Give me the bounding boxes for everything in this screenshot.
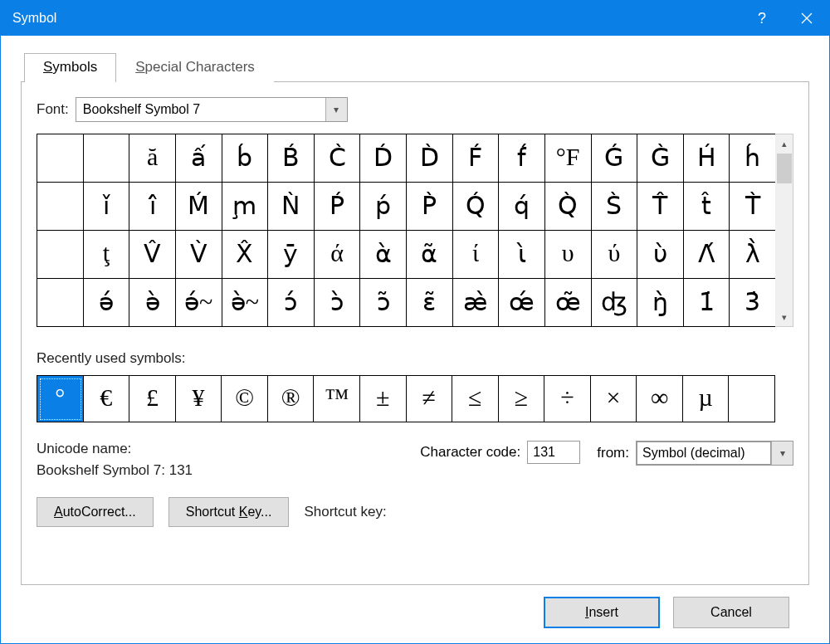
recent-symbol-cell[interactable]: £ xyxy=(129,376,176,422)
shortcut-key-button[interactable]: Shortcut Key... xyxy=(168,497,290,527)
symbol-cell[interactable]: ǐ xyxy=(84,183,130,231)
symbol-cell[interactable]: T̂ xyxy=(637,183,684,231)
scrollbar[interactable]: ▴ ▾ xyxy=(775,134,793,327)
recent-symbol-cell[interactable]: ¥ xyxy=(176,376,222,422)
symbol-cell[interactable]: ə́ xyxy=(84,279,130,327)
symbol-cell[interactable]: °F xyxy=(545,134,592,183)
symbol-cell[interactable]: Ǵ xyxy=(592,134,638,183)
recent-symbol-cell[interactable]: ≥ xyxy=(499,376,545,422)
recent-symbol-cell[interactable]: µ xyxy=(683,376,730,422)
symbol-cell[interactable]: f́ xyxy=(499,134,545,183)
insert-button[interactable]: Insert xyxy=(544,597,660,628)
symbol-cell[interactable]: ɔ̀ xyxy=(315,279,361,327)
symbol-cell[interactable]: œ̃ xyxy=(545,279,592,327)
symbol-cell[interactable]: 1̇ xyxy=(684,279,730,327)
scroll-down-button[interactable]: ▾ xyxy=(775,308,793,326)
symbol-cell[interactable]: ă xyxy=(129,134,176,183)
autocorrect-button[interactable]: AutoCorrect... xyxy=(37,497,154,527)
symbol-cell[interactable]: Λ́ xyxy=(684,231,730,279)
symbol-cell[interactable]: P̀ xyxy=(407,183,453,231)
symbol-cell[interactable]: F́ xyxy=(453,134,500,183)
symbol-cell[interactable]: T̀ xyxy=(730,183,776,231)
recent-symbol-cell[interactable]: ± xyxy=(360,376,407,422)
recent-symbol-cell[interactable]: ≤ xyxy=(452,376,499,422)
symbol-cell[interactable]: λ̀ xyxy=(730,231,776,279)
symbol-cell[interactable]: ί xyxy=(453,231,500,279)
from-combo[interactable]: ▾ xyxy=(636,441,793,466)
scroll-thumb[interactable] xyxy=(777,154,792,183)
symbol-cell[interactable]: D́ xyxy=(360,134,407,183)
symbol-cell[interactable]: ɛ͂ xyxy=(407,279,453,327)
symbol-cell[interactable]: ṕ xyxy=(360,183,407,231)
symbol-cell[interactable]: V̂ xyxy=(129,231,176,279)
symbol-cell[interactable]: ŋ̀ xyxy=(637,279,684,327)
symbol-cell[interactable] xyxy=(37,183,84,231)
font-combo[interactable]: ▾ xyxy=(76,97,348,122)
help-button[interactable]: ? xyxy=(740,1,784,36)
recent-symbol-cell[interactable]: ÷ xyxy=(544,376,591,422)
recent-symbol-cell[interactable] xyxy=(729,376,775,422)
symbol-cell[interactable]: ὺ xyxy=(637,231,684,279)
symbol-cell[interactable]: ᾶ xyxy=(407,231,453,279)
recent-symbol-cell[interactable]: ° xyxy=(37,376,84,422)
symbol-cell[interactable]: C̀ xyxy=(315,134,361,183)
symbol-cell[interactable]: X̂ xyxy=(222,231,269,279)
char-code-input[interactable] xyxy=(527,441,580,464)
symbol-cell[interactable]: h́ xyxy=(730,134,776,183)
symbol-cell[interactable] xyxy=(37,279,84,327)
recent-symbol-cell[interactable]: ™ xyxy=(314,376,360,422)
symbol-cell[interactable]: ɔ́ xyxy=(268,279,315,327)
font-input[interactable] xyxy=(76,98,325,121)
symbol-cell[interactable]: ȳ xyxy=(268,231,315,279)
recent-symbol-cell[interactable]: ≠ xyxy=(407,376,453,422)
symbol-cell[interactable] xyxy=(84,134,130,183)
recent-symbol-cell[interactable]: × xyxy=(591,376,637,422)
symbol-cell[interactable]: ấ xyxy=(176,134,222,183)
from-dropdown-button[interactable]: ▾ xyxy=(771,442,793,465)
symbol-cell[interactable]: ʤ xyxy=(592,279,638,327)
symbol-cell[interactable]: B́ xyxy=(268,134,315,183)
recent-symbol-cell[interactable]: ® xyxy=(268,376,315,422)
symbol-cell[interactable]: ţ xyxy=(84,231,130,279)
tab-special-characters[interactable]: Special Characters xyxy=(116,53,274,82)
symbol-cell[interactable]: ύ xyxy=(592,231,638,279)
symbol-cell[interactable]: Ṕ xyxy=(315,183,361,231)
symbol-cell[interactable]: Ḿ xyxy=(176,183,222,231)
symbol-cell[interactable]: Ǹ xyxy=(268,183,315,231)
symbol-cell[interactable]: ὰ xyxy=(360,231,407,279)
symbol-cell[interactable]: ɔ͂ xyxy=(360,279,407,327)
symbol-cell[interactable]: î́ xyxy=(129,183,176,231)
symbol-cell[interactable]: V̀ xyxy=(176,231,222,279)
symbol-cell[interactable]: G̀ xyxy=(637,134,684,183)
symbol-cell[interactable]: D̀ xyxy=(407,134,453,183)
symbol-cell[interactable]: t̂ xyxy=(684,183,730,231)
symbol-cell[interactable]: ά xyxy=(315,231,361,279)
symbol-cell[interactable]: H́ xyxy=(684,134,730,183)
from-input[interactable] xyxy=(637,442,771,465)
symbol-cell[interactable]: ὶ xyxy=(499,231,545,279)
symbol-cell[interactable]: υ xyxy=(545,231,592,279)
recent-symbol-cell[interactable]: © xyxy=(222,376,268,422)
close-button[interactable] xyxy=(784,1,829,36)
symbol-cell[interactable] xyxy=(37,231,84,279)
scroll-track[interactable] xyxy=(775,184,793,308)
symbol-cell[interactable]: ӕ̀ xyxy=(453,279,500,327)
symbol-cell[interactable]: S̀ xyxy=(592,183,638,231)
recent-symbol-cell[interactable]: € xyxy=(84,376,130,422)
symbol-cell[interactable]: ə̀~ xyxy=(222,279,269,327)
symbol-cell[interactable]: ə́~ xyxy=(176,279,222,327)
recent-symbol-cell[interactable]: ∞ xyxy=(637,376,683,422)
symbol-cell[interactable]: 3̇ xyxy=(730,279,776,327)
symbol-cell[interactable]: m̧ xyxy=(222,183,269,231)
tab-symbols[interactable]: Symbols xyxy=(24,53,116,82)
symbol-cell[interactable]: Q̀ xyxy=(545,183,592,231)
symbol-cell[interactable]: ə̀ xyxy=(129,279,176,327)
symbol-cell[interactable]: q́ xyxy=(499,183,545,231)
scroll-up-button[interactable]: ▴ xyxy=(775,134,793,153)
symbol-cell[interactable]: œ́ xyxy=(499,279,545,327)
cancel-button[interactable]: Cancel xyxy=(673,597,789,628)
symbol-cell[interactable] xyxy=(37,134,84,183)
symbol-cell[interactable]: Q́ xyxy=(453,183,500,231)
font-dropdown-button[interactable]: ▾ xyxy=(325,98,347,121)
symbol-cell[interactable]: b́ xyxy=(222,134,269,183)
